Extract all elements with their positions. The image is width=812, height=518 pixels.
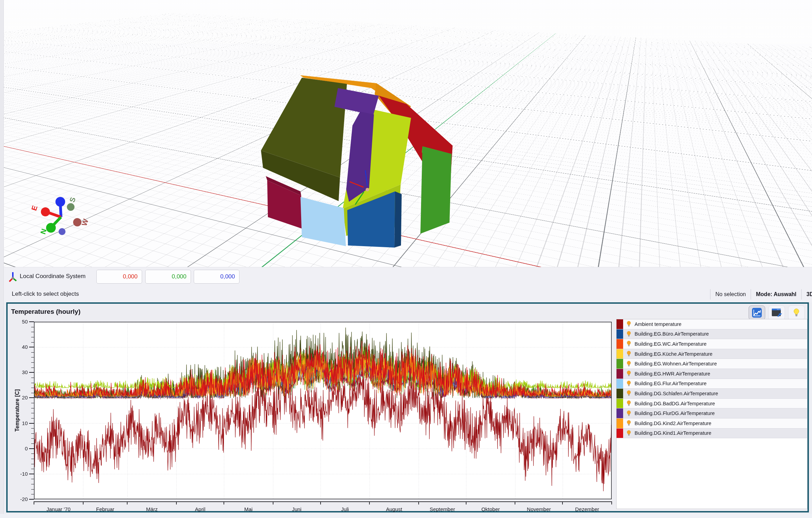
y-major-tick xyxy=(29,372,34,373)
bulb-icon[interactable] xyxy=(626,430,632,437)
building-block-box-buero-side[interactable] xyxy=(394,191,402,248)
detach-window-button[interactable] xyxy=(768,305,785,320)
legend-color-swatch xyxy=(617,389,623,398)
compass-label-west: W xyxy=(80,218,90,227)
y-major-tick xyxy=(29,474,34,474)
y-tick-label: 40 xyxy=(9,344,28,350)
legend-row[interactable]: Building.DG.FlurDG.AirTemperature xyxy=(617,408,807,418)
x-month-label: Oktober xyxy=(466,506,515,512)
y-major-tick xyxy=(29,321,34,322)
temperature-chart-panel: Temperatures (hourly) xyxy=(6,302,809,512)
legend-color-swatch xyxy=(617,359,623,369)
legend-row[interactable]: Building.EG.Büro.AirTemperature xyxy=(617,329,807,339)
y-minor-tick xyxy=(31,428,34,429)
legend-row[interactable]: Building.EG.Wohnen.AirTemperature xyxy=(617,359,807,369)
y-minor-tick xyxy=(31,454,34,454)
legend-row[interactable]: Building.DG.BadDG.AirTemperature xyxy=(617,399,807,409)
x-month-tick xyxy=(369,501,370,504)
legend-label: Building.DG.Schlafen.AirTemperature xyxy=(635,391,718,396)
bulb-icon[interactable] xyxy=(626,380,632,387)
y-minor-tick xyxy=(31,342,34,343)
y-tick-label: 20 xyxy=(9,395,28,400)
legend-label: Building.EG.WC.AirTemperature xyxy=(635,341,707,347)
application-window: { "app": { "panel_border": "#1A5A6E", "b… xyxy=(0,0,812,518)
status-separator xyxy=(710,289,710,300)
legend-row[interactable]: Building.DG.Schlafen.AirTemperature xyxy=(617,389,807,399)
legend-color-swatch xyxy=(617,418,623,428)
y-minor-tick xyxy=(31,332,34,332)
bulb-icon[interactable] xyxy=(626,420,632,426)
coordinate-toolbar: Local Coordinate System 0,000 0,000 0,00… xyxy=(4,267,812,287)
x-month-tick xyxy=(34,501,34,504)
x-month-tick xyxy=(83,501,84,504)
legend-color-swatch xyxy=(617,429,623,438)
chart-view-button[interactable] xyxy=(749,305,765,320)
bulb-icon[interactable] xyxy=(626,361,632,367)
y-major-tick xyxy=(29,499,34,500)
building-block-box-wohnen[interactable] xyxy=(420,146,452,234)
bulb-icon[interactable] xyxy=(626,321,632,327)
bulb-icon[interactable] xyxy=(626,340,632,347)
bulb-icon[interactable] xyxy=(626,370,632,377)
compass-west-ball[interactable] xyxy=(73,218,81,226)
compass-label-south: S xyxy=(68,196,77,203)
y-tick-label: 30 xyxy=(9,369,28,375)
x-coordinate-field[interactable]: 0,000 xyxy=(96,270,142,284)
highlight-button[interactable] xyxy=(788,305,805,320)
bulb-icon[interactable] xyxy=(626,351,632,357)
compass-up-ball[interactable] xyxy=(55,197,65,207)
y-minor-tick xyxy=(31,352,34,353)
legend-row[interactable]: Building.EG.HWR.AirTemperature xyxy=(617,369,807,379)
bulb-icon[interactable] xyxy=(626,400,632,407)
y-minor-tick xyxy=(31,413,34,413)
legend-row[interactable]: Building.EG.Küche.AirTemperature xyxy=(617,349,807,359)
y-major-tick xyxy=(29,397,34,398)
bulb-icon[interactable] xyxy=(626,390,632,397)
compass-south-ball[interactable] xyxy=(67,203,75,211)
selection-status: No selection xyxy=(715,291,746,297)
chart-title: Temperatures (hourly) xyxy=(11,308,80,316)
compass-east-ball[interactable] xyxy=(41,207,50,216)
x-month-label: April xyxy=(176,506,225,512)
bulb-icon[interactable] xyxy=(626,331,632,337)
legend-row[interactable]: Ambient temperature xyxy=(617,319,807,329)
z-coordinate-field[interactable]: 0,000 xyxy=(194,270,239,284)
legend-row[interactable]: Building.DG.Kind2.AirTemperature xyxy=(617,418,807,429)
status-separator xyxy=(801,289,802,300)
legend-color-swatch xyxy=(617,319,623,329)
legend-row[interactable]: Building.EG.WC.AirTemperature xyxy=(617,339,807,349)
local-coordinate-system-label: Local Coordinate System xyxy=(20,273,86,280)
legend-row[interactable]: Building.DG.Kind1.AirTemperature xyxy=(617,429,807,439)
building-block-box-flur[interactable] xyxy=(300,197,346,246)
legend-label: Building.DG.Kind1.AirTemperature xyxy=(635,430,711,436)
y-minor-tick xyxy=(31,383,34,383)
line-chart-icon xyxy=(751,307,762,318)
compass-down-ball[interactable] xyxy=(59,228,66,235)
mode-status: Mode: Auswahl xyxy=(756,291,796,297)
y-major-tick xyxy=(29,448,34,449)
legend-label: Building.DG.Kind2.AirTemperature xyxy=(635,421,711,426)
x-month-label: Juni xyxy=(272,506,321,512)
temperature-plot[interactable] xyxy=(34,322,612,499)
viewport-3d[interactable]: E N S W xyxy=(4,0,812,267)
x-month-tick xyxy=(224,501,224,504)
y-tick-label: -10 xyxy=(9,471,28,477)
bulb-icon[interactable] xyxy=(626,410,632,417)
y-tick-label: 10 xyxy=(9,420,28,426)
status-hint: Left-click to select objects xyxy=(12,291,79,297)
view-compass[interactable]: E N S W xyxy=(18,189,101,246)
legend-label: Ambient temperature xyxy=(635,321,681,327)
legend-row[interactable]: Building.EG.Flur.AirTemperature xyxy=(617,379,807,389)
legend-label: Building.DG.BadDG.AirTemperature xyxy=(635,401,715,406)
x-month-label: März xyxy=(128,506,176,512)
x-axis-line xyxy=(34,501,612,502)
y-minor-tick xyxy=(31,403,34,403)
y-minor-tick xyxy=(31,459,34,459)
left-dock-strip xyxy=(0,0,4,518)
y-coordinate-field[interactable]: 0,000 xyxy=(145,270,191,284)
x-month-label: Mai xyxy=(224,506,273,512)
building-model[interactable] xyxy=(257,74,458,251)
x-month-tick xyxy=(418,501,419,504)
y-minor-tick xyxy=(31,357,34,357)
window-export-icon xyxy=(771,307,783,318)
